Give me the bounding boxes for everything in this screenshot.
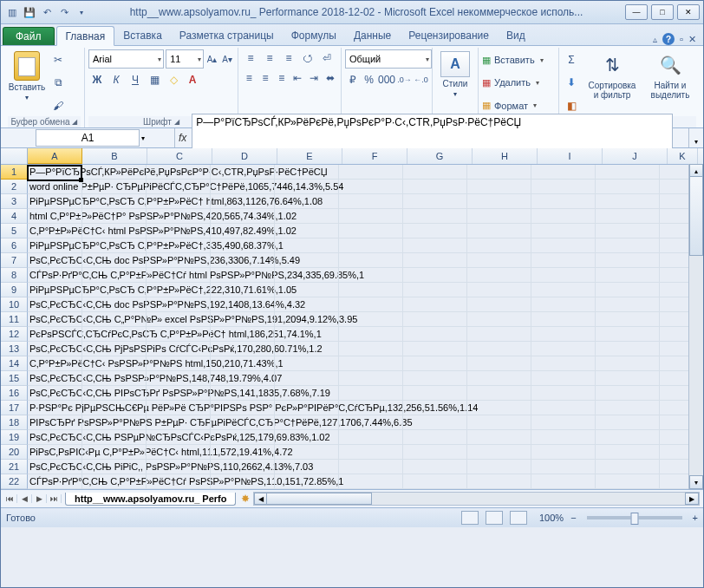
tab-1[interactable]: Вставка [114,26,171,45]
file-tab[interactable]: Файл [3,27,55,45]
row-header[interactable]: 12 [1,327,28,342]
increase-decimal-icon[interactable]: .0→ [397,71,412,88]
insert-cells-button[interactable]: ▦Вставить [482,51,555,69]
align-left-icon[interactable]: ≡ [242,69,257,87]
col-header-A[interactable]: A [28,148,82,164]
align-top-icon[interactable]: ≡ [242,49,259,67]
format-painter-icon[interactable]: 🖌 [49,97,67,114]
fill-icon[interactable]: ⬇ [563,74,580,91]
row-header[interactable]: 2 [1,180,28,194]
underline-icon[interactable]: Ч [127,71,144,88]
font-name-combo[interactable]: Arial [88,49,164,69]
row-content[interactable]: РєРѕРЅСЃС‚СЂСѓРєС‚РѕСЂ С‚Р°Р±Р»РёС† html… [28,327,703,342]
wrap-text-icon[interactable]: ⏎ [318,49,336,67]
row-header[interactable]: 11 [1,312,28,327]
align-middle-icon[interactable]: ≡ [261,49,278,67]
col-header-F[interactable]: F [342,148,407,164]
sheet-nav-first-icon[interactable]: ⏮ [3,494,17,503]
row-header[interactable]: 17 [1,401,28,415]
row-content[interactable]: СЃРѕР·РґР°С‚СЊ С‚Р°Р±Р»РёС†Сѓ html РѕРЅР… [28,268,703,283]
sheet-nav-next-icon[interactable]: ▶ [32,494,47,503]
comma-icon[interactable]: 000 [378,71,395,88]
row-header[interactable]: 18 [1,415,28,430]
scroll-down-icon[interactable]: ▾ [689,475,703,489]
row-content[interactable]: РѕС‚РєСЂС‹С‚СЊ РІРѕСЂРґ РѕРЅР»Р°Р№РЅ,141… [28,386,703,401]
worksheet-grid[interactable]: ABCDEFGHIJK 1Р—Р°РїСЂРѕСЃ,КР»РёРєРё,РџРѕ… [1,148,703,489]
sheet-nav-prev-icon[interactable]: ◀ [17,494,32,503]
row-content[interactable]: РѕС‚РєСЂС‹С‚СЊ РѕРЅР»Р°Р№РЅ,148,748,19.7… [28,371,703,386]
merge-icon[interactable]: ⬌ [323,69,337,87]
row-header[interactable]: 8 [1,268,28,283]
row-content[interactable]: РѕС‚РєСЂС‹С‚СЊ С„Р°Р№Р» excel РѕРЅР»Р°Р№… [28,312,703,327]
row-content[interactable]: РіРµРЅРµСЂР°С‚РѕСЂ С‚Р°Р±Р»РёС† html,863… [28,194,703,209]
styles-button[interactable]: Стили ▾ [436,49,474,116]
zoom-slider[interactable] [587,516,682,519]
sort-filter-button[interactable]: ⇅ Сортировка и фильтр [583,49,641,116]
row-content[interactable]: РѕС‚РєСЂС‹С‚СЊ РЅРµР№СЂРѕСЃС‹РєРѕРќ,125,… [28,430,703,445]
col-header-B[interactable]: B [82,148,147,164]
italic-icon[interactable]: К [108,71,125,88]
formula-bar-expand[interactable]: ▾ [688,128,703,147]
row-content[interactable]: Р·РЅР°Рє РјРµРЅСЊС€Рµ РёР»Рё СЂР°РІРЅРѕ … [28,401,703,415]
row-header[interactable]: 19 [1,430,28,445]
row-content[interactable]: С‚Р°Р±Р»РёС†С‹ РѕРЅР»Р°Р№РЅ html,150,210… [28,356,703,371]
delete-cells-button[interactable]: ▦Удалить [482,74,555,91]
number-format-combo[interactable]: Общий [345,49,432,69]
save-icon[interactable]: 💾 [22,4,37,20]
row-content[interactable]: РіРѕС‚РѕРІС‹Рµ С‚Р°Р±Р»РёС†С‹ html,111,5… [28,445,703,460]
font-size-combo[interactable]: 11 [166,49,203,69]
ribbon-minimize-icon[interactable]: ▵ [653,35,657,44]
paste-button[interactable]: Вставить ▾ [8,49,46,116]
row-header[interactable]: 20 [1,445,28,460]
row-header[interactable]: 10 [1,297,28,312]
percent-icon[interactable]: % [362,71,376,88]
row-content[interactable]: РѕС‚РєСЂС‹С‚СЊ doc РѕРЅР»Р°Р№РЅ,236,3306… [28,253,703,268]
align-center-icon[interactable]: ≡ [258,69,273,87]
tab-2[interactable]: Разметка страницы [171,26,283,45]
row-header[interactable]: 1 [1,165,28,180]
col-header-D[interactable]: D [212,148,277,164]
tab-3[interactable]: Формулы [283,26,345,45]
zoom-out-icon[interactable]: − [570,513,576,523]
close-button[interactable]: ✕ [677,4,700,20]
align-bottom-icon[interactable]: ≡ [280,49,297,67]
borders-icon[interactable]: ▦ [146,71,163,88]
zoom-level[interactable]: 100% [539,513,564,523]
clipboard-dialog-icon[interactable]: ◢ [72,118,77,126]
row-header[interactable]: 21 [1,460,28,474]
row-content[interactable]: html С‚Р°Р±Р»РёС†Р° РѕРЅР»Р°Р№РЅ,420,565… [28,209,703,224]
hscroll-thumb[interactable] [266,493,372,505]
col-header-K[interactable]: K [668,148,698,164]
row-header[interactable]: 14 [1,356,28,371]
cut-icon[interactable]: ✂ [49,51,67,69]
row-header[interactable]: 15 [1,371,28,386]
fill-color-icon[interactable]: ◇ [165,71,182,88]
new-sheet-icon[interactable]: ✸ [241,493,250,505]
col-header-J[interactable]: J [603,148,668,164]
row-header[interactable]: 16 [1,386,28,401]
zoom-in-icon[interactable]: + [693,513,698,523]
shrink-font-icon[interactable]: A▾ [220,50,234,68]
row-content[interactable]: РѕС‚РєСЂС‹С‚СЊ РіРіС‚, РѕРЅР»Р°Р№РЅ,110,… [28,460,703,474]
col-header-I[interactable]: I [538,148,603,164]
redo-icon[interactable]: ↷ [56,4,72,20]
window-restore-icon[interactable]: ▫ [680,34,683,44]
vertical-scrollbar[interactable]: ▴ ▾ [688,164,703,489]
undo-icon[interactable]: ↶ [39,4,55,20]
view-normal-icon[interactable] [461,511,479,525]
row-content[interactable]: РѕС‚РєСЂС‹С‚СЊ РјРѕРЅРіРѕ СѓСЃС‹РєРѕРќ,1… [28,342,703,356]
row-content[interactable]: СЃРѕР·РґР°С‚СЊ С‚Р°Р±Р»РёС†Сѓ РѕРЅР»Р°Р№… [28,474,703,489]
row-header[interactable]: 22 [1,474,28,489]
row-header[interactable]: 4 [1,209,28,224]
row-content[interactable]: С‚Р°Р±Р»РёС†С‹ html РѕРЅР»Р°Р№РЅ,410,497… [28,224,703,238]
select-all-corner[interactable] [1,148,28,164]
vscroll-thumb[interactable] [689,176,703,256]
row-content[interactable]: РІРѕСЂРґ РѕРЅР»Р°Р№РЅ Р±РµР· СЂРµРіРёСЃС… [28,415,703,430]
grow-font-icon[interactable]: A▴ [205,50,219,68]
row-header[interactable]: 9 [1,283,28,297]
row-header[interactable]: 7 [1,253,28,268]
copy-icon[interactable]: ⧉ [49,74,67,91]
fx-label[interactable]: fx [179,132,186,144]
view-layout-icon[interactable] [486,511,503,525]
qat-more-icon[interactable]: ▾ [74,4,89,20]
